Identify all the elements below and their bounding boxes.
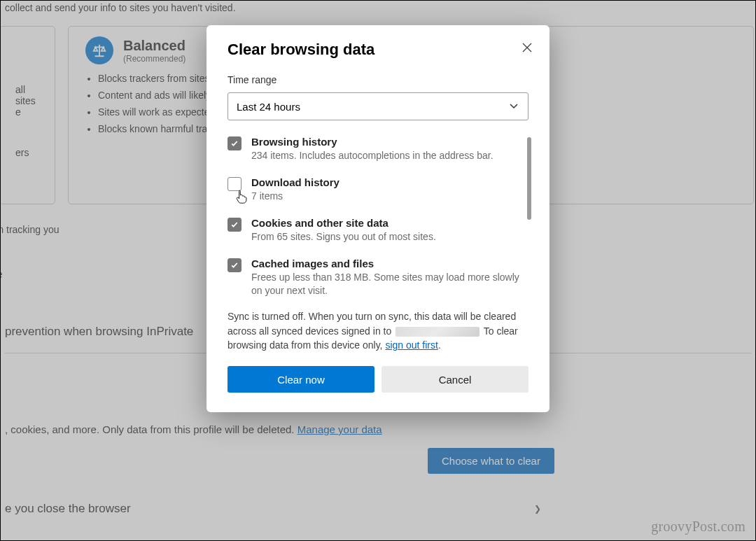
- modal-backdrop: Clear browsing data Time range Last 24 h…: [1, 1, 755, 540]
- item-title: Cached images and files: [251, 258, 528, 269]
- sign-out-first-link[interactable]: sign out first: [385, 339, 438, 351]
- clear-item-row: Download history 7 items: [227, 176, 528, 203]
- time-range-label: Time range: [227, 74, 528, 85]
- sync-notice: Sync is turned off. When you turn on syn…: [227, 309, 528, 352]
- item-subtitle: 7 items: [251, 190, 340, 203]
- close-icon[interactable]: [517, 38, 537, 57]
- item-title: Cookies and other site data: [251, 217, 436, 229]
- time-range-select[interactable]: Last 24 hours: [227, 92, 528, 120]
- dialog-title: Clear browsing data: [227, 41, 528, 59]
- clear-browsing-data-dialog: Clear browsing data Time range Last 24 h…: [206, 25, 550, 412]
- item-subtitle: From 65 sites. Signs you out of most sit…: [251, 230, 436, 244]
- time-range-value: Last 24 hours: [237, 101, 300, 113]
- clear-item-row: Browsing history 234 items. Includes aut…: [227, 136, 528, 162]
- item-title: Download history: [251, 176, 340, 188]
- chevron-down-icon: [508, 100, 519, 113]
- cursor-pointer-icon: [234, 189, 248, 207]
- checkbox-cached-files[interactable]: [227, 258, 241, 272]
- checkbox-browsing-history[interactable]: [227, 136, 241, 150]
- clear-now-button[interactable]: Clear now: [227, 366, 374, 393]
- cancel-button[interactable]: Cancel: [382, 366, 528, 393]
- item-subtitle: 234 items. Includes autocompletions in t…: [251, 149, 493, 162]
- checkbox-download-history[interactable]: [227, 177, 241, 191]
- checkbox-cookies[interactable]: [227, 218, 241, 232]
- clear-item-row: Cookies and other site data From 65 site…: [227, 217, 528, 244]
- item-title: Browsing history: [251, 136, 493, 148]
- watermark-text: groovyPost.com: [651, 519, 746, 535]
- redacted-account: [396, 327, 479, 337]
- clear-item-row: Cached images and files Frees up less th…: [227, 258, 528, 297]
- item-subtitle: Frees up less than 318 MB. Some sites ma…: [251, 271, 528, 297]
